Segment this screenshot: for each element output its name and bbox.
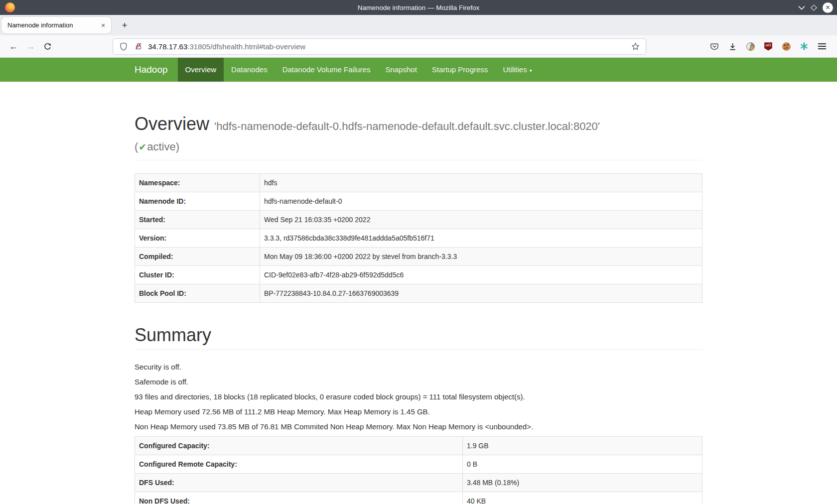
info-value: Mon May 09 18:36:00 +0200 2022 by stevel… [260,247,702,265]
cookie-extension-icon[interactable] [781,41,792,52]
table-row: Non DFS Used:40 KB [135,492,702,504]
url-toolbar: ← → 34.78.17.63:31805/dfshealth.html#tab… [0,35,837,58]
info-label: Version: [135,229,260,247]
toolbar-extensions: uO [709,41,828,52]
capacity-label: DFS Used: [135,474,463,492]
tab-close-icon[interactable]: × [98,20,108,30]
table-row: Started:Wed Sep 21 16:03:35 +0200 2022 [135,210,702,229]
url-bar[interactable]: 34.78.17.63:31805/dfshealth.html#tab-ove… [113,38,646,55]
url-text: 34.78.17.63:31805/dfshealth.html#tab-ove… [148,42,626,51]
info-value: CID-9ef02e83-afb7-4f28-ab29-6f592d5dd5c6 [260,265,702,284]
table-row: Configured Capacity:1.9 GB [135,437,702,455]
page-title: Overview [135,114,209,134]
window-controls: ✕ [798,0,833,15]
table-row: Block Pool ID:BP-772238843-10.84.0.27-16… [135,284,702,302]
table-row: Compiled:Mon May 09 18:36:00 +0200 2022 … [135,247,702,265]
info-label: Started: [135,210,260,229]
info-label: Block Pool ID: [135,284,260,302]
status-label: active [147,140,175,153]
summary-line: Safemode is off. [135,377,702,387]
nav-item-datanodes[interactable]: Datanodes [224,58,275,82]
forward-button[interactable]: → [22,38,39,54]
navbar-brand-hadoop[interactable]: Hadoop [135,58,168,82]
chevron-down-icon: ▾ [530,68,532,73]
info-label: Compiled: [135,247,260,265]
nav-item-utilities-label: Utilities [503,65,527,74]
tab-title: Namenode information [7,21,98,29]
divider [135,160,702,160]
window-titlebar: Namenode information — Mozilla Firefox ✕ [0,0,837,15]
page-content: Overview 'hdfs-namenode-default-0.hdfs-n… [135,114,702,504]
table-row: Configured Remote Capacity:0 B [135,455,702,474]
nav-item-datanode-volume-failures[interactable]: Datanode Volume Failures [275,58,378,82]
info-value: hdfs [260,173,702,192]
shield-icon[interactable] [118,41,129,52]
new-tab-button[interactable]: + [118,19,131,32]
window-title: Namenode information — Mozilla Firefox [358,4,480,11]
capacity-value: 1.9 GB [463,437,702,455]
browser-tab[interactable]: Namenode information × [1,17,111,33]
capacity-label: Configured Remote Capacity: [135,455,463,474]
summary-line: Heap Memory used 72.56 MB of 111.2 MB He… [135,406,702,417]
table-row: Namenode ID:hdfs-namenode-default-0 [135,192,702,210]
bookmark-star-icon[interactable] [630,41,641,52]
capacity-table: Configured Capacity:1.9 GB Configured Re… [135,436,702,504]
capacity-label: Non DFS Used: [135,492,463,504]
minimize-button[interactable] [798,5,805,10]
menu-hamburger-icon[interactable] [817,41,828,52]
capacity-value: 0 B [463,455,702,474]
check-icon: ✔ [138,142,147,152]
info-label: Cluster ID: [135,265,260,284]
capacity-value: 3.48 MB (0.18%) [463,474,702,492]
table-row: Namespace:hdfs [135,173,702,192]
status-close-paren: ) [176,140,179,153]
active-status: (✔active) [135,134,702,154]
insecure-lock-icon[interactable] [133,41,144,52]
summary-paragraphs: Security is off. Safemode is off. 93 fil… [135,362,702,432]
summary-heading: Summary [135,325,702,345]
downloads-icon[interactable] [727,41,738,52]
maximize-button[interactable] [812,5,816,10]
hadoop-navbar: Hadoop Overview Datanodes Datanode Volum… [0,58,837,82]
info-value: 3.3.3, rd37586cbda38c338d9fe481addda5a05… [260,229,702,247]
namenode-info-table: Namespace:hdfs Namenode ID:hdfs-namenode… [135,173,702,303]
table-row: Version:3.3.3, rd37586cbda38c338d9fe481a… [135,229,702,247]
namenode-address: 'hdfs-namenode-default-0.hdfs-namenode-d… [214,120,600,132]
table-row: DFS Used:3.48 MB (0.18%) [135,474,702,492]
overview-heading: Overview 'hdfs-namenode-default-0.hdfs-n… [135,114,702,155]
firefox-logo-icon [5,2,15,12]
url-host: 34.78.17.63 [148,42,187,51]
close-button[interactable]: ✕ [823,2,833,13]
capacity-value: 40 KB [463,492,702,504]
ublock-origin-icon[interactable]: uO [763,41,774,52]
extension-lock-icon[interactable] [745,41,756,52]
url-path: :31805/dfshealth.html#tab-overview [187,42,305,51]
summary-line: Non Heap Memory used 73.85 MB of 76.81 M… [135,421,702,432]
nav-item-utilities[interactable]: Utilities▾ [495,58,539,82]
nav-item-overview[interactable]: Overview [178,58,224,82]
asterisk-extension-icon[interactable] [799,41,810,52]
info-value: Wed Sep 21 16:03:35 +0200 2022 [260,210,702,229]
summary-line: 93 files and directories, 18 blocks (18 … [135,391,702,402]
tab-strip: Namenode information × + [0,15,837,35]
table-row: Cluster ID:CID-9ef02e83-afb7-4f28-ab29-6… [135,265,702,284]
back-button[interactable]: ← [5,38,22,54]
nav-item-startup-progress[interactable]: Startup Progress [424,58,496,82]
info-value: BP-772238843-10.84.0.27-1663769003639 [260,284,702,302]
summary-line: Security is off. [135,362,702,372]
divider [135,349,702,350]
pocket-icon[interactable] [709,41,720,52]
reload-button[interactable] [39,38,56,54]
capacity-label: Configured Capacity: [135,437,463,455]
info-label: Namespace: [135,173,260,192]
nav-item-snapshot[interactable]: Snapshot [378,58,424,82]
info-value: hdfs-namenode-default-0 [260,192,702,210]
info-label: Namenode ID: [135,192,260,210]
